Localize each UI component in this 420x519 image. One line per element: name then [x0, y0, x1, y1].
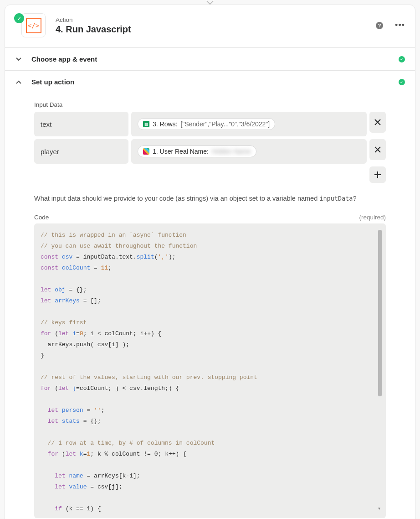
input-value-player[interactable]: 1. User Real Name: Hidden Name	[131, 139, 367, 164]
sheets-icon: ▦	[143, 121, 149, 127]
pill-prefix: 1. User Real Name:	[153, 148, 209, 155]
code-scrollbar[interactable]: ▾	[377, 230, 383, 512]
input-row-player: player 1. User Real Name: Hidden Name	[34, 139, 386, 164]
scroll-down-icon[interactable]: ▾	[378, 506, 380, 511]
card-header: ✓ </> Action 4. Run Javascript ? •••	[5, 5, 415, 48]
pill-sheets[interactable]: ▦ 3. Rows: ["Sender","Play..."0","3/6/20…	[138, 118, 275, 130]
required-label: (required)	[359, 214, 386, 221]
help-icon[interactable]: ?	[376, 22, 383, 29]
code-app-icon: </>	[26, 18, 41, 33]
pill-prefix: 3. Rows:	[153, 120, 177, 128]
pill-value: ["Sender","Play..."0","3/6/2022"]	[180, 120, 270, 128]
code-editor[interactable]: // this is wrapped in an `async` functio…	[34, 223, 386, 518]
header-titles: Action 4. Run Javascript	[56, 16, 376, 35]
input-key-text[interactable]: text	[34, 112, 128, 136]
add-row-container	[34, 166, 386, 183]
slack-icon	[143, 148, 149, 155]
section-complete-icon: ✓	[399, 56, 405, 62]
remove-row-button[interactable]	[369, 112, 386, 133]
input-value-text[interactable]: ▦ 3. Rows: ["Sender","Play..."0","3/6/20…	[131, 112, 367, 136]
more-menu-icon[interactable]: •••	[395, 21, 405, 30]
input-row-text: text ▦ 3. Rows: ["Sender","Play..."0","3…	[34, 112, 386, 136]
chevron-down-icon	[15, 57, 22, 62]
status-check-icon: ✓	[14, 13, 24, 23]
code-header: Code (required)	[34, 214, 386, 221]
header-title: 4. Run Javascript	[56, 24, 376, 35]
app-icon-container: </>	[21, 13, 46, 37]
pill-value-redacted: Hidden Name	[212, 148, 251, 155]
section-setup-title: Set up action	[31, 78, 399, 86]
code-content[interactable]: // this is wrapped in an `async` functio…	[41, 230, 377, 512]
input-data-help-text: What input data should we provide to you…	[34, 194, 386, 203]
scroll-thumb[interactable]	[378, 230, 382, 396]
code-label: Code	[34, 214, 49, 221]
chevron-up-icon	[15, 80, 22, 84]
add-row-button[interactable]	[369, 166, 386, 183]
remove-row-button[interactable]	[369, 139, 386, 160]
section-complete-icon: ✓	[399, 79, 405, 85]
section-choose-title: Choose app & event	[31, 55, 399, 63]
header-subtitle: Action	[56, 16, 376, 23]
section-setup-action[interactable]: Set up action ✓	[5, 71, 415, 93]
pill-slack[interactable]: 1. User Real Name: Hidden Name	[138, 145, 256, 157]
input-key-player[interactable]: player	[34, 139, 128, 164]
section-setup-body: Input Data text ▦ 3. Rows: ["Sender","Pl…	[5, 93, 415, 519]
action-card: ✓ </> Action 4. Run Javascript ? ••• Cho…	[5, 5, 415, 519]
input-data-label: Input Data	[34, 101, 386, 108]
header-actions: ? •••	[376, 21, 405, 30]
section-choose-app[interactable]: Choose app & event ✓	[5, 48, 415, 71]
